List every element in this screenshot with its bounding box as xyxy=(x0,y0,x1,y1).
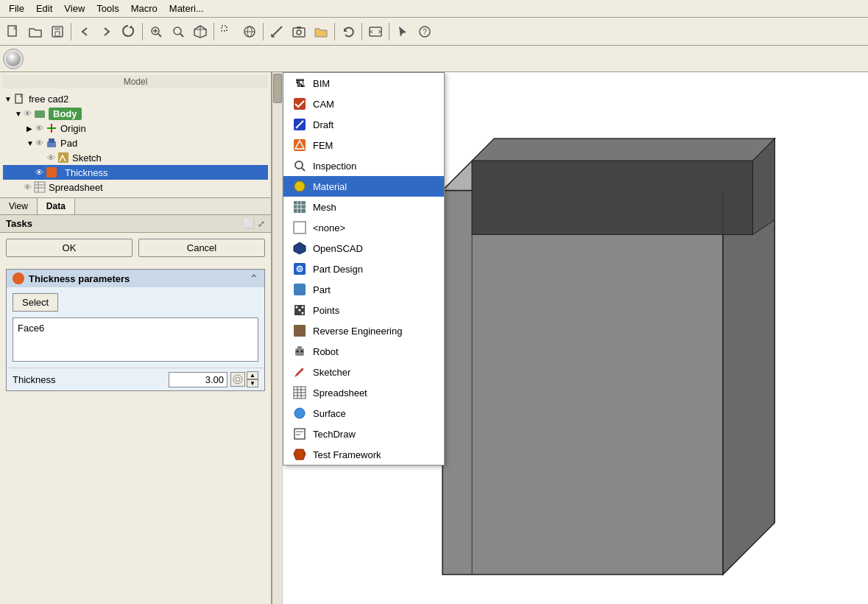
menu-materials[interactable]: Materi... xyxy=(163,1,210,15)
unit-icon[interactable] xyxy=(230,372,245,387)
menu-file[interactable]: File xyxy=(3,1,30,15)
separator-6 xyxy=(361,23,362,41)
tree-item-thickness[interactable]: ▶ 👁 Thickness xyxy=(3,165,268,180)
dropdown-surface[interactable]: Surface xyxy=(283,403,444,424)
tree-item-freecad2[interactable]: ▼ free cad2 xyxy=(3,91,268,106)
face-box: Face6 xyxy=(13,317,258,362)
svg-point-55 xyxy=(295,161,303,169)
minimize-icon[interactable]: ⬜ xyxy=(244,219,255,229)
arrow-body[interactable]: ▼ xyxy=(15,110,24,118)
spin-up[interactable]: ▲ xyxy=(247,371,258,379)
testframework-label: Test Framework xyxy=(313,449,381,460)
svg-point-70 xyxy=(299,309,301,312)
dropdown-partdesign[interactable]: Part Design xyxy=(283,259,444,279)
eye-thickness[interactable]: 👁 xyxy=(35,168,43,177)
eye-sketch[interactable]: 👁 xyxy=(47,153,55,162)
select-button[interactable] xyxy=(217,21,238,42)
undo-button[interactable] xyxy=(338,21,359,42)
arrow-freecad2[interactable]: ▼ xyxy=(4,95,13,103)
view-settings-button[interactable] xyxy=(239,21,260,42)
svg-line-18 xyxy=(272,27,282,37)
collapse-button[interactable]: ⌃ xyxy=(250,273,258,284)
menu-macro[interactable]: Macro xyxy=(125,1,163,15)
cursor-button[interactable] xyxy=(392,21,413,42)
tree-item-pad[interactable]: ▼ 👁 Pad xyxy=(3,136,268,150)
label-origin: Origin xyxy=(60,123,86,134)
label-spreadsheet: Spreadsheet xyxy=(49,182,103,193)
zoom-fit-button[interactable] xyxy=(146,21,166,42)
zoom-button[interactable] xyxy=(168,21,188,42)
dropdown-sketcher[interactable]: Sketcher xyxy=(283,362,444,382)
open-button[interactable] xyxy=(25,21,46,42)
spin-down[interactable]: ▼ xyxy=(247,379,258,387)
dropdown-draft[interactable]: Draft xyxy=(283,114,444,135)
dropdown-spreadsheet[interactable]: Spreadsheet xyxy=(283,382,444,403)
dropdown-material[interactable]: Material xyxy=(283,176,444,197)
svg-point-77 xyxy=(301,351,303,353)
new-button[interactable] xyxy=(3,21,24,42)
part-icon xyxy=(292,282,307,297)
dropdown-cam[interactable]: CAM xyxy=(283,94,444,114)
dropdown-part[interactable]: Part xyxy=(283,279,444,300)
maximize-icon[interactable]: ⤢ xyxy=(258,219,265,229)
dropdown-reverse[interactable]: Reverse Engineering xyxy=(283,320,444,341)
dropdown-bim[interactable]: 🏗 BIM xyxy=(283,73,444,94)
svg-marker-45 xyxy=(472,138,775,161)
svg-point-69 xyxy=(296,306,298,309)
menu-view[interactable]: View xyxy=(58,1,91,15)
select-button[interactable]: Select xyxy=(13,293,58,312)
tasks-icons: ⬜ ⤢ xyxy=(244,219,265,229)
robot-icon xyxy=(292,344,307,359)
dropdown-techdraw[interactable]: TechDraw xyxy=(283,424,444,444)
eye-pad[interactable]: 👁 xyxy=(35,138,43,147)
menu-tools[interactable]: Tools xyxy=(91,1,124,15)
folder-button[interactable] xyxy=(311,21,331,42)
screenshot-button[interactable] xyxy=(289,21,309,42)
eye-origin[interactable]: 👁 xyxy=(35,124,43,133)
code-button[interactable] xyxy=(365,21,386,42)
menubar: File Edit View Tools Macro Materi... xyxy=(0,0,868,18)
dropdown-openscad[interactable]: OpenSCAD xyxy=(283,238,444,259)
tree-item-sketch[interactable]: ▶ 👁 Sketch xyxy=(3,150,268,165)
eye-body[interactable]: 👁 xyxy=(24,109,32,118)
dropdown-none[interactable]: <none> xyxy=(283,217,444,238)
arrow-origin[interactable]: ▶ xyxy=(27,124,35,133)
menu-edit[interactable]: Edit xyxy=(30,1,58,15)
cancel-button[interactable]: Cancel xyxy=(138,239,265,257)
tab-data[interactable]: Data xyxy=(38,198,75,214)
dropdown-inspection[interactable]: Inspection xyxy=(283,155,444,176)
view-cube-button[interactable] xyxy=(190,21,211,42)
thickness-input[interactable] xyxy=(169,372,227,387)
tree-item-body[interactable]: ▼ 👁 Body xyxy=(3,106,268,121)
thickness-params-icon xyxy=(13,273,24,284)
svg-rect-63 xyxy=(294,222,306,233)
refresh-button[interactable] xyxy=(119,21,139,42)
scrollbar[interactable] xyxy=(272,72,283,604)
tab-view[interactable]: View xyxy=(0,198,38,214)
back-button[interactable] xyxy=(74,21,95,42)
tree-item-origin[interactable]: ▶ 👁 Origin xyxy=(3,121,268,136)
fem-label: FEM xyxy=(313,140,333,151)
forward-button[interactable] xyxy=(96,21,117,42)
dropdown-mesh[interactable]: Mesh xyxy=(283,197,444,217)
spreadsheet-icon xyxy=(292,385,307,400)
scrollbar-thumb[interactable] xyxy=(273,74,282,103)
thickness-params-header: Thickness parameters ⌃ xyxy=(7,270,264,287)
icon-pad xyxy=(45,136,58,150)
dropdown-points[interactable]: Points xyxy=(283,300,444,320)
measure-button[interactable] xyxy=(267,21,287,42)
svg-point-22 xyxy=(297,30,301,35)
eye-spreadsheet[interactable]: 👁 xyxy=(24,183,32,192)
tree-item-spreadsheet[interactable]: ▶ 👁 Spreadsheet xyxy=(3,180,268,194)
ok-button[interactable]: OK xyxy=(6,239,133,257)
dropdown-testframework[interactable]: Test Framework xyxy=(283,444,444,465)
sphere-button[interactable] xyxy=(3,49,24,69)
dropdown-robot[interactable]: Robot xyxy=(283,341,444,362)
svg-point-66 xyxy=(297,266,303,272)
svg-marker-4 xyxy=(129,25,132,28)
dropdown-fem[interactable]: FEM xyxy=(283,135,444,155)
arrow-pad[interactable]: ▼ xyxy=(27,139,35,147)
save-button[interactable] xyxy=(47,21,68,42)
sketcher-icon xyxy=(292,365,307,379)
help-button[interactable]: ? xyxy=(414,21,435,42)
